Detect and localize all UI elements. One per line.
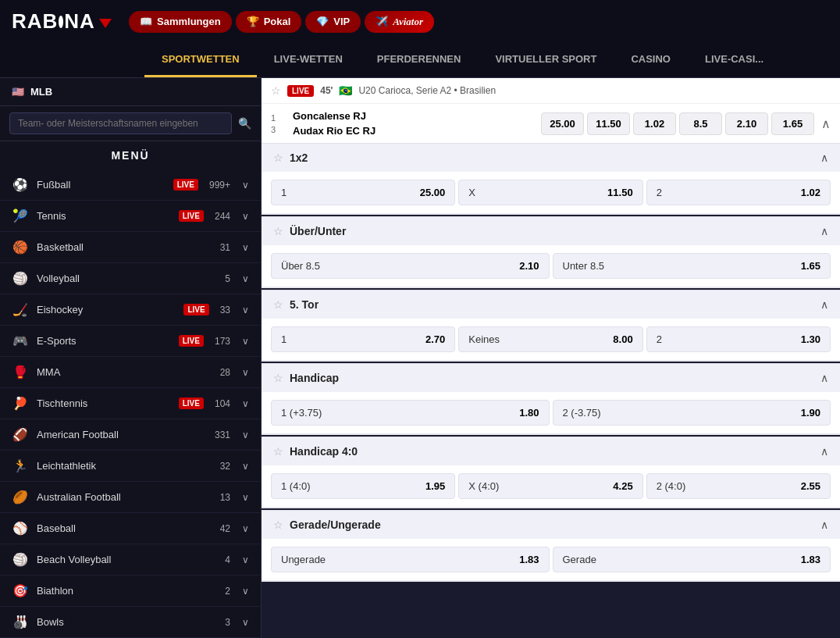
section-star-handicap[interactable]: ☆ bbox=[273, 372, 283, 384]
tennis-label: Tennis bbox=[37, 210, 171, 222]
sidebar-item-biathlon[interactable]: 🎯 Biathlon 2 ∨ bbox=[0, 576, 261, 607]
nav-aviator[interactable]: ✈️ Aviator bbox=[365, 11, 434, 33]
sidebar-item-mma[interactable]: 🥊 MMA 28 ∨ bbox=[0, 357, 261, 388]
tab-live-wetten[interactable]: LIVE-WETTEN bbox=[257, 43, 360, 77]
bet-label-handicap-4-0-0: 1 (4:0) bbox=[281, 480, 311, 492]
odd-btn-3[interactable]: 8.5 bbox=[679, 112, 722, 135]
section-title-handicap-4-0: Handicap 4:0 bbox=[290, 445, 814, 458]
leichtathletik-count: 32 bbox=[220, 461, 230, 472]
favorite-star-icon[interactable]: ☆ bbox=[271, 84, 281, 97]
logo[interactable]: RAB NA bbox=[12, 4, 105, 39]
sidebar-item-leichtathletik[interactable]: 🏃 Leichtathletik 32 ∨ bbox=[0, 451, 261, 482]
odd-btn-1[interactable]: 11.50 bbox=[587, 112, 630, 135]
sidebar-item-basketball[interactable]: 🏀 Basketball 31 ∨ bbox=[0, 232, 261, 263]
live-badge-fussball: LIVE bbox=[173, 179, 198, 191]
odd-btn-0[interactable]: 25.00 bbox=[541, 112, 584, 135]
section-collapse-handicap-4-0[interactable]: ∧ bbox=[820, 445, 828, 458]
bet-option-1x2-2[interactable]: 2 1.02 bbox=[646, 180, 831, 205]
mlb-label: MLB bbox=[30, 86, 52, 98]
section-collapse-handicap[interactable]: ∧ bbox=[820, 372, 828, 384]
sidebar-item-bowls[interactable]: 🎳 Bowls 3 ∨ bbox=[0, 607, 261, 638]
bet-value-uber-unter-0: 2.10 bbox=[519, 260, 539, 272]
section-collapse-gerade-ungerade[interactable]: ∧ bbox=[820, 519, 828, 531]
sidebar-item-tennis[interactable]: 🎾 Tennis LIVE 244 ∨ bbox=[0, 201, 261, 232]
nav-pokal[interactable]: 🏆 Pokal bbox=[236, 11, 302, 33]
bet-option-1x2-0[interactable]: 1 25.00 bbox=[271, 180, 455, 205]
mma-chevron-icon: ∨ bbox=[242, 367, 249, 378]
section-collapse-uber-unter[interactable]: ∧ bbox=[820, 225, 828, 237]
baseball-chevron-icon: ∨ bbox=[242, 523, 249, 534]
beach-volleyball-icon: 🏐 bbox=[12, 552, 29, 567]
bet-option-1x2-1[interactable]: X 11.50 bbox=[458, 180, 642, 205]
team2-name: Audax Rio EC RJ bbox=[293, 125, 541, 137]
section-header-5tor[interactable]: ☆ 5. Tor ∧ bbox=[262, 290, 840, 319]
section-title-handicap: Handicap bbox=[290, 372, 814, 384]
bet-grid-handicap: 1 (+3.75) 1.80 2 (-3.75) 1.90 bbox=[262, 392, 840, 433]
expand-button[interactable]: ∧ bbox=[821, 116, 831, 131]
tab-casino[interactable]: CASINO bbox=[614, 43, 688, 77]
diamond-icon: 💎 bbox=[316, 16, 329, 27]
section-star-uber-unter[interactable]: ☆ bbox=[273, 225, 283, 237]
bet-option-handicap-4-0-0[interactable]: 1 (4:0) 1.95 bbox=[271, 473, 455, 499]
content-area: ☆ LIVE 45' 🇧🇷 U20 Carioca, Serie A2 • Br… bbox=[262, 78, 840, 638]
bet-option-gerade-ungerade-0[interactable]: Ungerade 1.83 bbox=[271, 547, 550, 572]
section-title-uber-unter: Über/Unter bbox=[290, 225, 814, 237]
bet-option-gerade-ungerade-1[interactable]: Gerade 1.83 bbox=[553, 547, 831, 572]
bet-label-gerade-ungerade-0: Ungerade bbox=[281, 554, 326, 565]
section-star-handicap-4-0[interactable]: ☆ bbox=[273, 445, 283, 458]
section-star-5tor[interactable]: ☆ bbox=[273, 298, 283, 311]
bet-option-handicap-4-0-1[interactable]: X (4:0) 4.25 bbox=[458, 473, 642, 499]
bet-option-handicap-1[interactable]: 2 (-3.75) 1.90 bbox=[553, 400, 831, 426]
nav-bar: SPORTWETTEN LIVE-WETTEN PFERDERENNEN VIR… bbox=[0, 43, 840, 78]
section-header-handicap-4-0[interactable]: ☆ Handicap 4:0 ∧ bbox=[262, 437, 840, 465]
sidebar-item-tischtennis[interactable]: 🏓 Tischtennis LIVE 104 ∨ bbox=[0, 388, 261, 419]
esports-chevron-icon: ∨ bbox=[242, 336, 249, 347]
nav-vip-label: VIP bbox=[333, 16, 350, 27]
section-uber-unter: ☆ Über/Unter ∧ Über 8.5 2.10 Unter 8.5 1… bbox=[262, 216, 840, 288]
section-header-gerade-ungerade[interactable]: ☆ Gerade/Ungerade ∧ bbox=[262, 510, 840, 539]
sidebar-item-american-football[interactable]: 🏈 American Football 331 ∨ bbox=[0, 419, 261, 451]
search-input[interactable] bbox=[9, 112, 232, 134]
sidebar: 🇺🇸 MLB 🔍 MENÜ ⚽ Fußball LIVE 999+ ∨ 🎾 Te… bbox=[0, 78, 262, 638]
book-icon: 📖 bbox=[140, 16, 152, 27]
odd-btn-4[interactable]: 2.10 bbox=[725, 112, 768, 135]
sidebar-item-beach-volleyball[interactable]: 🏐 Beach Volleyball 4 ∨ bbox=[0, 544, 261, 576]
bet-value-1x2-2: 1.02 bbox=[801, 187, 820, 198]
section-title-1x2: 1x2 bbox=[290, 151, 814, 164]
beach-volleyball-count: 4 bbox=[225, 554, 230, 565]
bet-option-5tor-0[interactable]: 1 2.70 bbox=[271, 326, 455, 352]
mlb-item[interactable]: 🇺🇸 MLB bbox=[0, 78, 261, 106]
section-header-uber-unter[interactable]: ☆ Über/Unter ∧ bbox=[262, 216, 840, 245]
nav-vip[interactable]: 💎 VIP bbox=[305, 11, 361, 33]
odd-btn-2[interactable]: 1.02 bbox=[633, 112, 676, 135]
section-star-gerade-ungerade[interactable]: ☆ bbox=[273, 519, 283, 531]
bet-option-uber-unter-0[interactable]: Über 8.5 2.10 bbox=[271, 253, 550, 279]
bet-option-uber-unter-1[interactable]: Unter 8.5 1.65 bbox=[553, 253, 831, 279]
section-star-1x2[interactable]: ☆ bbox=[273, 151, 283, 164]
tab-pferderennen[interactable]: PFERDERENNEN bbox=[360, 43, 479, 77]
esports-count: 173 bbox=[215, 336, 230, 347]
section-header-1x2[interactable]: ☆ 1x2 ∧ bbox=[262, 143, 840, 172]
odd-btn-5[interactable]: 1.65 bbox=[771, 112, 814, 135]
section-collapse-5tor[interactable]: ∧ bbox=[820, 298, 828, 311]
sidebar-item-baseball[interactable]: ⚾ Baseball 42 ∨ bbox=[0, 513, 261, 544]
tab-virtueller-sport[interactable]: VIRTUELLER SPORT bbox=[478, 43, 614, 77]
tab-sportwetten[interactable]: SPORTWETTEN bbox=[144, 43, 257, 77]
tab-live-casino[interactable]: LIVE-CASI... bbox=[688, 43, 781, 77]
nav-sammlungen[interactable]: 📖 Sammlungen bbox=[129, 11, 232, 33]
sidebar-item-fussball[interactable]: ⚽ Fußball LIVE 999+ ∨ bbox=[0, 169, 261, 201]
live-badge-tischtennis: LIVE bbox=[179, 397, 204, 409]
sidebar-item-volleyball[interactable]: 🏐 Volleyball 5 ∨ bbox=[0, 263, 261, 294]
section-header-handicap[interactable]: ☆ Handicap ∧ bbox=[262, 363, 840, 392]
sidebar-item-australian-football[interactable]: 🏉 Australian Football 13 ∨ bbox=[0, 482, 261, 513]
sections-container: ☆ 1x2 ∧ 1 25.00 X 11.50 2 1.02 ☆ Über/Un… bbox=[262, 143, 840, 582]
bet-grid-handicap-4-0: 1 (4:0) 1.95 X (4:0) 4.25 2 (4:0) 2.55 bbox=[262, 465, 840, 507]
bet-option-5tor-2[interactable]: 2 1.30 bbox=[646, 326, 831, 352]
sidebar-item-esports[interactable]: 🎮 E-Sports LIVE 173 ∨ bbox=[0, 326, 261, 357]
bet-option-handicap-0[interactable]: 1 (+3.75) 1.80 bbox=[271, 400, 550, 426]
sidebar-item-eishockey[interactable]: 🏒 Eishockey LIVE 33 ∨ bbox=[0, 294, 261, 326]
bet-option-5tor-1[interactable]: Keines 8.00 bbox=[458, 326, 642, 352]
section-collapse-1x2[interactable]: ∧ bbox=[820, 151, 828, 164]
bet-option-handicap-4-0-2[interactable]: 2 (4:0) 2.55 bbox=[646, 473, 831, 499]
bet-grid-5tor: 1 2.70 Keines 8.00 2 1.30 bbox=[262, 319, 840, 360]
